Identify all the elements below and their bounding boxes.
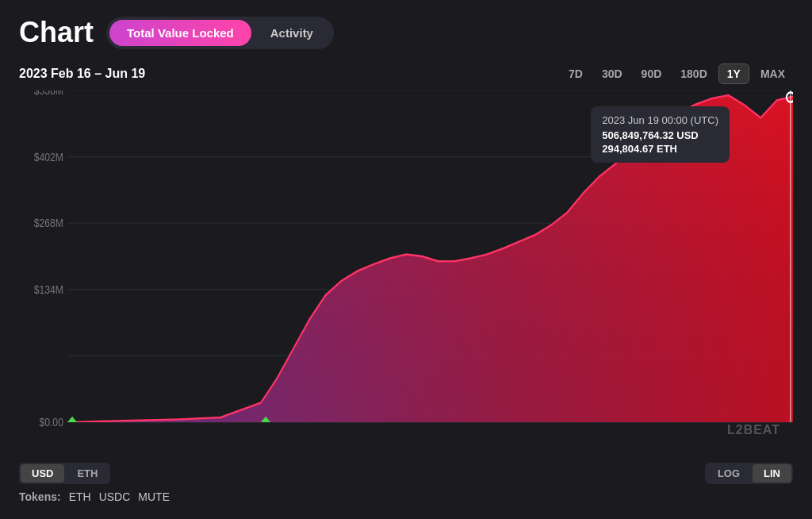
token-eth: ETH (69, 490, 91, 503)
chart-area[interactable]: $536M $402M $268M $134M $0.00 (19, 90, 793, 452)
time-btn-90d[interactable]: 90D (634, 64, 670, 83)
date-range-row: 2023 Feb 16 – Jun 19 7D 30D 90D 180D 1Y … (19, 63, 793, 84)
svg-text:$268M: $268M (34, 217, 63, 229)
currency-eth[interactable]: ETH (66, 464, 109, 482)
svg-text:$536M: $536M (34, 90, 63, 97)
time-btn-7d[interactable]: 7D (561, 64, 591, 83)
svg-marker-13 (67, 417, 77, 429)
svg-text:$0.00: $0.00 (39, 416, 63, 429)
scale-lin[interactable]: LIN (753, 464, 791, 482)
time-btn-1y[interactable]: 1Y (718, 63, 749, 84)
page-title: Chart (19, 16, 94, 49)
time-btn-max[interactable]: MAX (753, 64, 793, 83)
token-usdc: USDC (99, 490, 131, 503)
chart-type-tabs: Total Value Locked Activity (106, 17, 334, 49)
time-btn-30d[interactable]: 30D (594, 64, 630, 83)
watermark: L2BEAT (727, 423, 780, 437)
scale-log[interactable]: LOG (707, 464, 751, 482)
token-mute: MUTE (138, 490, 170, 503)
scale-toggle: LOG LIN (705, 463, 793, 484)
currency-usd[interactable]: USD (21, 464, 64, 482)
bottom-controls: USD ETH LOG LIN (19, 463, 793, 484)
svg-text:$134M: $134M (34, 283, 63, 296)
svg-text:$402M: $402M (34, 150, 63, 163)
date-range-label: 2023 Feb 16 – Jun 19 (19, 67, 145, 81)
currency-toggle: USD ETH (19, 463, 110, 484)
tab-tvl[interactable]: Total Value Locked (109, 20, 251, 46)
header: Chart Total Value Locked Activity (19, 16, 793, 49)
tokens-row: Tokens: ETH USDC MUTE (19, 490, 793, 503)
time-btn-180d[interactable]: 180D (672, 64, 714, 83)
tab-activity[interactable]: Activity (253, 20, 331, 46)
tokens-label: Tokens: (19, 490, 61, 503)
time-range-buttons: 7D 30D 90D 180D 1Y MAX (561, 63, 793, 84)
chart-svg: $536M $402M $268M $134M $0.00 (19, 90, 793, 452)
